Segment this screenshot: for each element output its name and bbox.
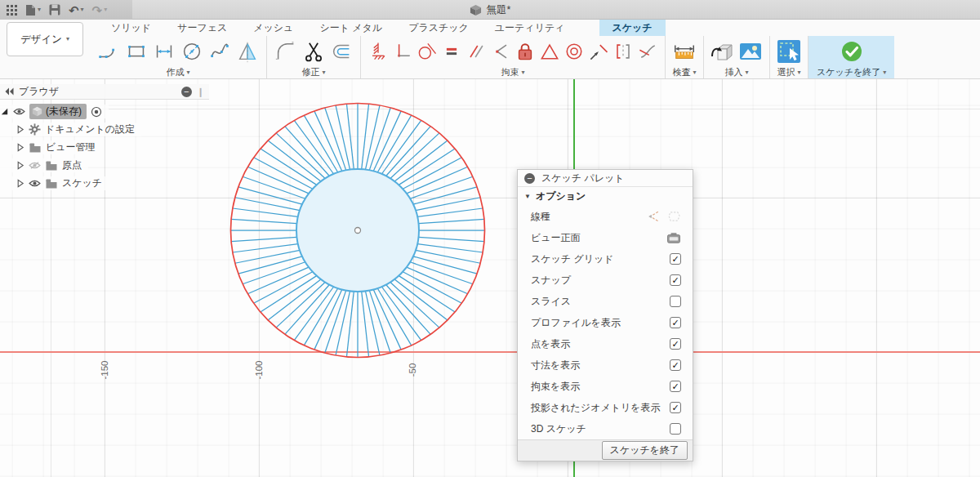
collapsed-arrow-icon[interactable] (16, 179, 24, 188)
collapsed-arrow-icon[interactable] (16, 125, 24, 134)
checkbox-unchecked[interactable] (670, 423, 681, 435)
palette-row-label: 投影されたジオメトリを表示 (531, 401, 670, 415)
construction-line-icon[interactable] (667, 210, 681, 223)
document-root-chip[interactable]: (未保存) (29, 104, 87, 119)
axis-tick-label: -150 (100, 360, 109, 379)
tree-item-named-views[interactable]: ビュー管理 (0, 140, 102, 154)
tree-item-origin[interactable]: 原点 (0, 158, 88, 172)
collapsed-arrow-icon[interactable] (16, 161, 24, 170)
collapse-panel-icon[interactable] (5, 87, 14, 96)
line-tool-icon[interactable] (95, 38, 122, 65)
mirror-tool-icon[interactable] (234, 38, 261, 65)
active-component-radio-icon[interactable] (91, 106, 102, 118)
checkbox-checked[interactable]: ✓ (670, 317, 681, 328)
app-grid-icon[interactable] (7, 5, 17, 16)
palette-header[interactable]: − スケッチ パレット (518, 170, 693, 187)
browser-panel: ブラウザ − ❙ (未保存) (0, 84, 209, 190)
checkbox-checked[interactable]: ✓ (670, 338, 681, 350)
palette-title: スケッチ パレット (541, 172, 625, 185)
equal-constraint-icon[interactable] (439, 38, 464, 65)
palette-footer: スケッチを終了 (518, 439, 693, 461)
group-label-insert[interactable]: 挿入▾ (724, 66, 748, 78)
offset-tool-icon[interactable] (327, 38, 355, 65)
circle-tool-icon[interactable] (178, 38, 206, 65)
document-cube-icon (470, 4, 482, 16)
spline-tool-icon[interactable] (206, 38, 234, 65)
panel-minimize-icon[interactable]: − (181, 87, 192, 97)
curvature-constraint-icon[interactable] (635, 38, 660, 65)
eye-visible-icon[interactable] (29, 179, 41, 188)
palette-row-1: ビュー正面 (518, 227, 693, 248)
group-label-create[interactable]: 作成▾ (166, 66, 189, 78)
checkbox-checked[interactable]: ✓ (670, 402, 681, 413)
insert-image-icon[interactable] (737, 38, 764, 65)
file-menu-button[interactable]: ▾ (25, 4, 41, 16)
checkbox-checked[interactable]: ✓ (670, 253, 681, 265)
ribbon: デザイン ▾ ソリッドサーフェスメッシュシート メタルプラスチックユーティリティ… (0, 20, 980, 79)
rectangle-tool-icon[interactable] (122, 38, 150, 65)
palette-minimize-icon[interactable]: − (524, 173, 535, 184)
fillet-tool-icon[interactable] (272, 38, 300, 65)
group-constraints: 拘束▾ (360, 36, 665, 78)
panel-grip[interactable]: ❙ (197, 87, 204, 97)
palette-options-section[interactable]: ▼ オプション (518, 187, 693, 206)
centerline-icon[interactable] (646, 210, 661, 223)
perpendicular-constraint-icon[interactable] (390, 38, 415, 65)
document-title-area: 無題* (0, 0, 980, 20)
fix-constraint-icon[interactable] (366, 38, 390, 65)
collapsed-arrow-icon[interactable] (16, 143, 24, 152)
group-label-constraints[interactable]: 拘束▾ (501, 66, 524, 78)
viewport-canvas[interactable]: -150-100-50 ブラウザ − ❙ (未保存) (0, 79, 980, 477)
redo-button[interactable]: ↷▾ (92, 4, 108, 16)
tab-sheet-metal[interactable]: シート メタル (306, 20, 395, 36)
eye-visible-icon[interactable] (13, 107, 25, 116)
group-label-inspect[interactable]: 検査▾ (672, 66, 696, 78)
measure-tool-icon[interactable] (670, 38, 698, 65)
finish-sketch-palette-button[interactable]: スケッチを終了 (602, 441, 688, 460)
coincident-constraint-icon[interactable] (488, 38, 513, 65)
document-title: 無題* (487, 3, 511, 17)
tree-item-document-settings[interactable]: ドキュメントの設定 (0, 123, 141, 136)
tab-sketch[interactable]: スケッチ (599, 20, 666, 36)
symmetry-constraint-icon[interactable] (611, 38, 635, 65)
select-tool-icon[interactable] (775, 38, 803, 65)
undo-button[interactable]: ↶▾ (69, 4, 84, 16)
tab-utilities[interactable]: ユーティリティ (482, 20, 578, 36)
tab-surface[interactable]: サーフェス (164, 20, 240, 36)
finish-sketch-button[interactable]: スケッチを終了▾ (808, 36, 894, 78)
tab-mesh[interactable]: メッシュ (240, 20, 306, 36)
folder-icon (45, 160, 58, 171)
checkbox-checked[interactable]: ✓ (670, 274, 681, 286)
browser-tree: (未保存) ドキュメントの設定 ビュー管理 (0, 100, 209, 190)
group-label-modify[interactable]: 修正▾ (301, 66, 325, 78)
sketch-geometry[interactable] (220, 94, 495, 368)
tree-item-document[interactable]: (未保存) (0, 105, 109, 118)
palette-row-10: 3D スケッチ (518, 418, 693, 439)
insert-derive-icon[interactable] (709, 38, 737, 65)
expanded-arrow-icon[interactable] (0, 107, 9, 116)
concentric-constraint-icon[interactable] (562, 38, 586, 65)
lock-constraint-icon[interactable] (513, 38, 537, 65)
group-insert: 挿入▾ (703, 36, 769, 78)
group-label-select[interactable]: 選択▾ (777, 66, 800, 78)
eye-hidden-icon[interactable] (29, 161, 41, 170)
parallel-constraint-icon[interactable] (464, 38, 488, 65)
checkbox-checked[interactable]: ✓ (670, 381, 681, 392)
polygon-constraint-icon[interactable] (537, 38, 562, 65)
tree-item-sketches[interactable]: スケッチ (0, 176, 109, 190)
checkbox-checked[interactable]: ✓ (670, 359, 681, 371)
tangent-constraint-icon[interactable] (415, 38, 439, 65)
trim-tool-icon[interactable] (300, 38, 327, 65)
browser-header[interactable]: ブラウザ − ❙ (0, 84, 209, 100)
workspace-switcher[interactable]: デザイン ▾ (7, 22, 83, 56)
workspace-label: デザイン (20, 33, 62, 47)
save-button[interactable] (49, 4, 60, 16)
look-at-icon[interactable] (666, 232, 681, 244)
group-select: 選択▾ (769, 36, 808, 78)
tab-solid[interactable]: ソリッド (98, 20, 164, 36)
checkbox-unchecked[interactable] (670, 296, 681, 307)
dimension-tool-icon[interactable] (150, 38, 178, 65)
palette-row-label: ビュー正面 (531, 231, 666, 245)
tab-plastic[interactable]: プラスチック (395, 20, 482, 36)
midpoint-constraint-icon[interactable] (586, 38, 611, 65)
